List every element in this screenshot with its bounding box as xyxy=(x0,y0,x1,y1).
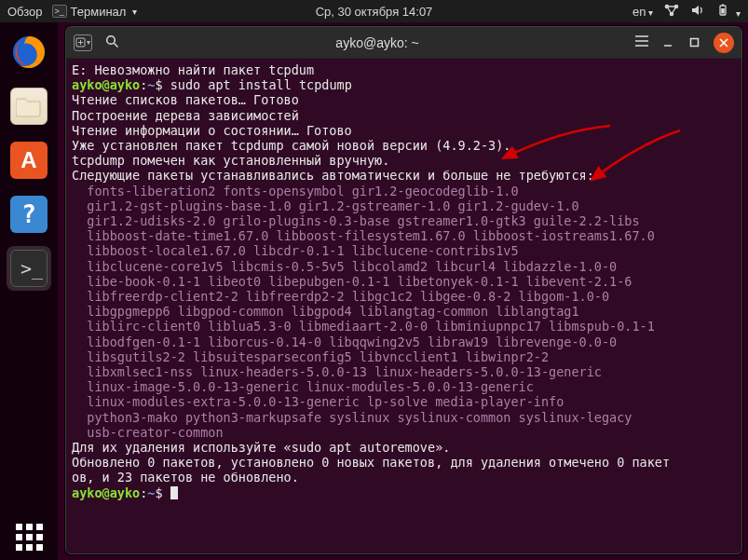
svg-point-8 xyxy=(107,35,116,44)
search-icon[interactable] xyxy=(105,34,119,51)
dock: A ? >_ xyxy=(0,22,58,560)
battery-icon[interactable]: ▾ xyxy=(716,4,741,20)
terminal-icon: >_ xyxy=(10,250,48,287)
dock-terminal[interactable]: >_ xyxy=(7,246,51,291)
typed-command: sudo apt install tcpdump xyxy=(170,77,352,92)
prompt-userhost: ayko@ayko xyxy=(72,77,140,92)
gnome-top-panel: Обзор >_ Терминал ▾ Ср, 30 октября 14:07… xyxy=(0,0,748,22)
terminal-icon: >_ xyxy=(52,5,67,18)
dock-files[interactable] xyxy=(7,84,51,129)
dock-software[interactable]: A xyxy=(7,138,51,183)
network-icon[interactable] xyxy=(664,4,679,20)
help-icon: ? xyxy=(10,196,48,233)
close-button[interactable] xyxy=(714,33,734,53)
software-center-icon: A xyxy=(10,142,48,179)
activities-button[interactable]: Обзор xyxy=(7,5,43,19)
dock-help[interactable]: ? xyxy=(7,192,51,237)
cursor xyxy=(170,486,178,499)
terminal-window: ▾ ayko@ayko: ~ E: Невозможно найти пакет… xyxy=(65,26,742,554)
chevron-down-icon: ▾ xyxy=(132,7,137,17)
files-icon xyxy=(10,88,48,125)
chevron-down-icon: ▾ xyxy=(87,38,90,47)
volume-icon[interactable] xyxy=(690,4,705,20)
terminal-output[interactable]: E: Невозможно найти пакет tcpdum ayko@ay… xyxy=(66,59,741,506)
app-menu[interactable]: >_ Терминал ▾ xyxy=(52,5,138,19)
maximize-button[interactable] xyxy=(687,36,700,49)
prompt-userhost: ayko@ayko xyxy=(72,485,140,500)
window-title: ayko@ayko: ~ xyxy=(119,35,635,50)
firefox-icon xyxy=(10,34,48,71)
error-line: E: Невозможно найти пакет tcpdum xyxy=(72,62,314,77)
package-list: fonts-liberation2 fonts-opensymbol gir1.… xyxy=(72,184,655,440)
menu-icon[interactable] xyxy=(635,35,648,49)
show-applications-button[interactable] xyxy=(16,524,43,551)
titlebar: ▾ ayko@ayko: ~ xyxy=(66,27,741,59)
minimize-button[interactable] xyxy=(661,36,674,49)
app-menu-label: Терминал xyxy=(71,5,127,19)
keyboard-layout[interactable]: en▾ xyxy=(632,5,653,19)
svg-rect-4 xyxy=(722,4,724,6)
new-tab-button[interactable]: ▾ xyxy=(74,34,92,51)
svg-rect-9 xyxy=(690,39,698,47)
svg-rect-5 xyxy=(722,8,726,14)
clock[interactable]: Ср, 30 октября 14:07 xyxy=(316,5,433,19)
dock-firefox[interactable] xyxy=(7,30,51,75)
